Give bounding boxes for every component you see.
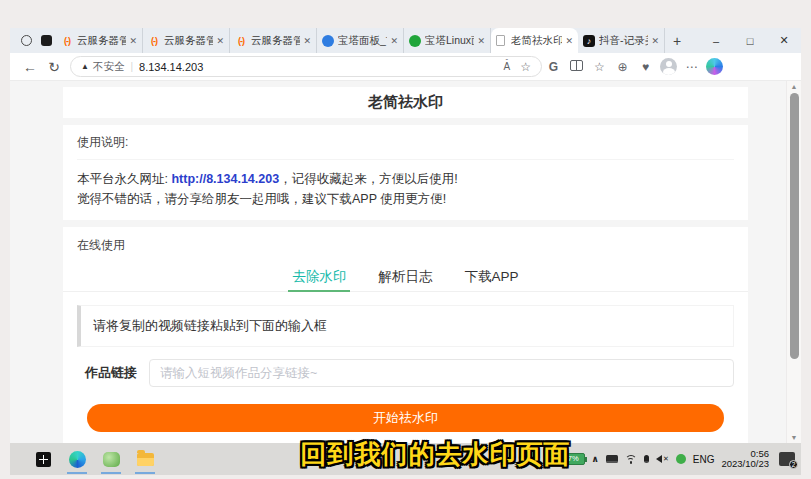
new-tab-button[interactable]: + [665, 29, 689, 53]
notification-badge: 2 [789, 460, 798, 469]
instructions-line2: 觉得不错的话，请分享给朋友一起用哦，建议下载APP 使用更方便! [77, 189, 734, 209]
hidden-icons-chevron[interactable]: ∧ [592, 454, 599, 464]
close-button[interactable]: ✕ [767, 28, 801, 53]
browser-window: (-)云服务器管理✕(-)云服务器管理✕(-)云服务器管理✕宝塔面板_首✕宝塔L… [10, 28, 801, 475]
start-button[interactable] [26, 443, 60, 475]
tab-close-icon[interactable]: ✕ [303, 36, 311, 46]
instructions-line1: 本平台永久网址: http://8.134.14.203，记得收藏起来，方便以后… [77, 169, 734, 189]
maximize-button[interactable]: □ [733, 28, 767, 53]
instructions-card: 使用说明: 本平台永久网址: http://8.134.14.203，记得收藏起… [63, 125, 748, 220]
microphone-icon[interactable] [644, 455, 649, 463]
tab-close-icon[interactable]: ✕ [216, 36, 224, 46]
tab-parse-log[interactable]: 解析日志 [362, 262, 448, 291]
baota-linux-favicon-icon [409, 35, 421, 47]
instructions-heading: 使用说明: [77, 134, 734, 160]
not-secure-label[interactable]: 不安全 [93, 60, 125, 74]
browser-toolbar: ← ↻ ▲ 不安全 | 8.134.14.203 Aˆ ☆ G ☆ ⊕ ♥ ⋯ [10, 53, 801, 81]
scroll-down-icon[interactable]: ▼ [787, 434, 801, 441]
aliyun-favicon-icon: (-) [235, 35, 247, 47]
work-link-label: 作品链接 [77, 364, 149, 382]
url-text[interactable]: 8.134.14.203 [139, 61, 203, 73]
tab-title: 抖音-记录美 [599, 34, 648, 48]
not-secure-warning-icon: ▲ [81, 62, 89, 71]
taskbar-edge-icon[interactable] [60, 443, 94, 475]
tab-strip: (-)云服务器管理✕(-)云服务器管理✕(-)云服务器管理✕宝塔面板_首✕宝塔L… [10, 28, 801, 53]
tab-list: (-)云服务器管理✕(-)云服务器管理✕(-)云服务器管理✕宝塔面板_首✕宝塔L… [56, 28, 665, 53]
paste-hint-quote: 请将复制的视频链接粘贴到下面的输入框 [77, 305, 734, 347]
browser-tab[interactable]: (-)云服务器管理✕ [230, 28, 317, 53]
notification-center-icon[interactable]: 2 [779, 452, 795, 466]
language-indicator[interactable]: ENG [693, 454, 715, 465]
back-icon[interactable]: ← [18, 59, 42, 75]
laptop-tray-icon[interactable] [606, 455, 618, 463]
collections-icon[interactable]: ⊕ [611, 60, 634, 74]
document-favicon-icon [496, 35, 505, 46]
tab-close-icon[interactable]: ✕ [477, 36, 485, 46]
browser-tab[interactable]: (-)云服务器管理✕ [143, 28, 230, 53]
green-status-icon[interactable] [676, 454, 686, 464]
video-subtitle: 回到我们的去水印页面 [301, 437, 571, 472]
read-aloud-icon[interactable]: Aˆ [504, 61, 511, 72]
page-tab-bar: 去除水印 解析日志 下载APP [63, 262, 748, 292]
taskbar-folder-icon[interactable] [128, 443, 162, 475]
tab-actions-icon[interactable] [36, 32, 56, 50]
tab-title: 宝塔面板_首 [338, 34, 387, 48]
start-remove-watermark-button[interactable]: 开始祛水印 [87, 404, 724, 432]
favorites-icon[interactable]: ☆ [588, 60, 611, 74]
address-divider: | [130, 61, 133, 72]
aliyun-favicon-icon: (-) [148, 35, 160, 47]
douyin-favicon-icon: ♪ [583, 35, 595, 47]
tab-title: 老简祛水印-在 [511, 34, 562, 48]
clock[interactable]: 0:56 2023/10/23 [721, 449, 769, 470]
tab-remove-watermark[interactable]: 去除水印 [276, 262, 362, 291]
time: 0:56 [751, 448, 770, 459]
system-tray: 97% ∧ ✕ ENG 0:56 2023/10/23 2 [543, 443, 795, 475]
profile-avatar[interactable] [660, 58, 677, 75]
tab-close-icon[interactable]: ✕ [565, 36, 573, 46]
page-title: 老简祛水印 [368, 93, 443, 112]
tab-title: 云服务器管理 [77, 34, 126, 48]
speaker-muted-icon[interactable]: ✕ [656, 455, 669, 463]
baota-favicon-icon [322, 35, 334, 47]
wifi-icon[interactable] [625, 455, 637, 464]
link-form-row: 作品链接 [77, 359, 734, 387]
permanent-url-link[interactable]: http://8.134.14.203 [171, 172, 279, 186]
tab-close-icon[interactable]: ✕ [129, 36, 137, 46]
taskbar-green-app-icon[interactable] [94, 443, 128, 475]
tab-close-icon[interactable]: ✕ [390, 36, 398, 46]
copilot-icon[interactable] [706, 58, 723, 75]
scrollbar-thumb[interactable] [790, 93, 799, 359]
reload-icon[interactable]: ↻ [42, 59, 66, 75]
browser-tab[interactable]: ♪抖音-记录美✕ [578, 28, 665, 53]
minimize-button[interactable]: – [699, 28, 733, 53]
split-screen-icon[interactable] [565, 60, 588, 74]
tab-download-app[interactable]: 下载APP [448, 262, 534, 291]
tab-title: 宝塔Linux面 [425, 34, 474, 48]
aliyun-favicon-icon: (-) [61, 35, 73, 47]
browser-essentials-icon[interactable]: ♥ [634, 60, 657, 74]
page-title-card: 老简祛水印 [63, 87, 748, 118]
online-use-heading: 在线使用 [63, 227, 748, 262]
browser-tab[interactable]: (-)云服务器管理✕ [56, 28, 143, 53]
tab-title: 云服务器管理 [164, 34, 213, 48]
work-link-input[interactable] [149, 359, 734, 387]
add-favorite-icon[interactable]: ☆ [520, 60, 531, 74]
window-controls: – □ ✕ [699, 28, 801, 53]
tab-title: 云服务器管理 [251, 34, 300, 48]
browser-tab[interactable]: 宝塔Linux面✕ [404, 28, 491, 53]
scroll-up-icon[interactable]: ▲ [787, 83, 801, 90]
tab-close-icon[interactable]: ✕ [651, 36, 659, 46]
browser-tab[interactable]: 宝塔面板_首✕ [317, 28, 404, 53]
browser-tab[interactable]: 老简祛水印-在✕ [491, 28, 578, 53]
page-scrollbar[interactable]: ▲ ▼ [786, 81, 801, 443]
page-content: 老简祛水印 使用说明: 本平台永久网址: http://8.134.14.203… [10, 81, 801, 443]
date: 2023/10/23 [721, 458, 769, 469]
more-options-icon[interactable]: ⋯ [680, 60, 703, 74]
online-use-card: 在线使用 去除水印 解析日志 下载APP 请将复制的视频链接粘贴到下面的输入框 … [63, 227, 748, 443]
address-bar[interactable]: ▲ 不安全 | 8.134.14.203 Aˆ ☆ [70, 56, 542, 77]
workspaces-icon[interactable] [16, 32, 36, 50]
extension-icon[interactable]: G [542, 60, 565, 74]
